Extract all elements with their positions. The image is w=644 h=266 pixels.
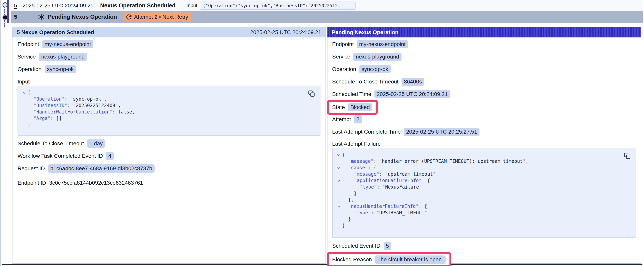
event-row-nexus-operation-scheduled[interactable]: 5 2025-02-25 UTC 20:24:09.21 Nexus Opera…: [11, 1, 643, 11]
blocked-reason-highlight-annotation: Blocked Reason The circuit breaker is op…: [327, 252, 451, 266]
field-label: Scheduled Time: [332, 91, 371, 97]
collapse-caret-icon[interactable]: [335, 165, 342, 170]
endpoint-id-link[interactable]: 3c0c75ccfa8144b092c13ce632463761: [49, 180, 143, 186]
event-detail-fields-2: Schedule To Close Timeout 1 day Workflow…: [18, 139, 320, 173]
gutter-spacer: [21, 115, 28, 117]
pending-fields: Endpoint my-nexus-endpoint Service nexus…: [332, 40, 636, 98]
detail-row: Request ID b1c6a4bc-8ee7-468a-9169-df3b0…: [18, 164, 320, 173]
field-label: Operation: [18, 66, 42, 72]
copy-icon: [624, 152, 630, 159]
gutter-spacer: [335, 216, 342, 217]
field-label: Attempt: [332, 116, 351, 122]
collapse-caret-icon[interactable]: [335, 203, 342, 208]
copy-button[interactable]: [624, 152, 631, 159]
collapse-caret-icon[interactable]: [335, 177, 342, 183]
detail-row: Service nexus-playground: [18, 53, 320, 61]
gutter-spacer: [335, 197, 342, 198]
field-label: Schedule To Close Timeout: [18, 140, 84, 147]
endpoint-id-row: Endpoint ID 3c0c75ccfa8144b092c13ce63246…: [18, 179, 320, 187]
gutter-spacer: [335, 171, 342, 172]
field-value-badge: 1 day: [87, 139, 105, 148]
field-label: Operation: [332, 66, 356, 72]
selected-rows-accent-bar: [7, 1, 9, 23]
attempt-retry-text: Attempt 2 • Next Retry: [134, 14, 188, 20]
detail-row: Last Attempt Complete Time 2025-02-25 UT…: [332, 128, 636, 136]
field-value-badge: sync-op-ok: [45, 65, 76, 73]
detail-row: Endpoint my-nexus-endpoint: [332, 40, 636, 48]
event-id-link[interactable]: 5: [14, 3, 17, 9]
pending-nexus-operation-row[interactable]: 5 Pending Nexus Operation Attempt 2 • Ne…: [11, 11, 643, 23]
field-value-badge: nexus-playground: [354, 53, 402, 61]
copy-button[interactable]: [308, 90, 315, 97]
detail-row: Attempt 2: [332, 115, 636, 123]
event-title: Nexus Operation Scheduled: [100, 2, 176, 9]
field-value-badge: my-nexus-endpoint: [42, 40, 93, 48]
blocked-reason-label: Blocked Reason: [332, 256, 372, 263]
pending-operation-panel: Pending Nexus Operation Endpoint my-nexu…: [327, 27, 641, 264]
field-label: Last Attempt Complete Time: [332, 129, 401, 135]
input-json-viewer: {"Operation": "sync-op-ok","BusinessID":…: [18, 86, 320, 136]
gutter-spacer: [21, 102, 28, 104]
pending-id-link[interactable]: 5: [14, 14, 17, 20]
field-label: Service: [18, 54, 36, 60]
endpoint-id-label: Endpoint ID: [18, 180, 46, 186]
scheduled-event-id-badge: 5: [384, 242, 392, 250]
field-label: Endpoint: [18, 41, 39, 47]
state-value-badge: Blocked: [348, 103, 372, 111]
event-detail-title: 5 Nexus Operation Scheduled: [17, 29, 94, 36]
event-detail-header: 5 Nexus Operation Scheduled 2025-02-25 U…: [12, 27, 326, 38]
gutter-spacer: [335, 190, 342, 192]
retry-icon: [126, 14, 132, 20]
copy-icon: [308, 90, 315, 97]
event-input-label: Input: [186, 3, 198, 9]
scheduled-event-id-row: Scheduled Event ID 5: [332, 242, 636, 250]
event-detail-panel: 5 Nexus Operation Scheduled 2025-02-25 U…: [12, 27, 326, 264]
failure-json-viewer: {"message": "handler error (UPSTREAM_TIM…: [332, 148, 636, 237]
scheduled-event-id-label: Scheduled Event ID: [332, 243, 380, 249]
gutter-spacer: [21, 122, 28, 123]
field-value-badge: sync-op-ok: [359, 65, 390, 73]
field-value-badge: 2: [354, 115, 362, 123]
field-label: Endpoint: [332, 41, 354, 47]
field-value-badge: 86400s: [402, 78, 424, 86]
event-input-preview: {"Operation":"sync-op-ok","BusinessID":"…: [200, 2, 356, 10]
pending-asterisk-icon: [38, 14, 45, 21]
blocked-reason-badge: The circuit breaker is open.: [375, 255, 446, 264]
event-timestamp: 2025-02-25 UTC 20:24:09.21: [22, 3, 94, 9]
detail-row: Operation sync-op-ok: [18, 65, 320, 73]
gutter-spacer: [335, 210, 342, 211]
gutter-spacer: [21, 109, 28, 110]
gutter-spacer: [335, 158, 342, 159]
gutter-spacer: [21, 96, 28, 97]
field-value-badge: my-nexus-endpoint: [357, 40, 408, 48]
gutter-spacer: [335, 184, 342, 185]
field-label: Workflow Task Completed Event ID: [18, 153, 103, 159]
field-value-badge: 2025-02-25 UTC 20:25:27.51: [404, 128, 480, 136]
detail-row: Workflow Task Completed Event ID 4: [18, 152, 320, 160]
field-label: Request ID: [18, 165, 45, 172]
field-label: Schedule To Close Timeout: [332, 79, 398, 85]
input-section-label: Input: [18, 78, 320, 85]
last-attempt-failure-label: Last Attempt Failure: [332, 141, 636, 147]
pending-title: Pending Nexus Operation: [48, 14, 117, 20]
window-bottom-edge: [2, 264, 642, 265]
pending-operation-header: Pending Nexus Operation: [328, 27, 641, 38]
pending-fields-2: Attempt 2 Last Attempt Complete Time 202…: [332, 115, 636, 136]
event-detail-fields: Endpoint my-nexus-endpoint Service nexus…: [18, 40, 320, 73]
detail-row: Scheduled Time 2025-02-25 UTC 20:24:09.2…: [332, 90, 636, 98]
field-value-badge: nexus-playground: [39, 53, 87, 61]
left-border: [0, 0, 1, 266]
field-value-badge: 4: [106, 152, 114, 160]
event-detail-timestamp: 2025-02-25 UTC 20:24:09.21: [250, 29, 321, 36]
detail-row: Operation sync-op-ok: [332, 65, 636, 73]
detail-row: Service nexus-playground: [332, 53, 636, 61]
collapse-caret-icon[interactable]: [335, 152, 342, 157]
field-value-badge: 2025-02-25 UTC 20:24:09.21: [374, 90, 450, 98]
collapse-caret-icon[interactable]: [21, 90, 28, 95]
state-row: State Blocked: [332, 100, 636, 115]
gutter-spacer: [335, 222, 342, 224]
pending-operation-title: Pending Nexus Operation: [332, 29, 398, 36]
detail-row: Schedule To Close Timeout 86400s: [332, 78, 636, 86]
state-label: State: [332, 104, 345, 110]
field-label: Service: [332, 54, 350, 60]
